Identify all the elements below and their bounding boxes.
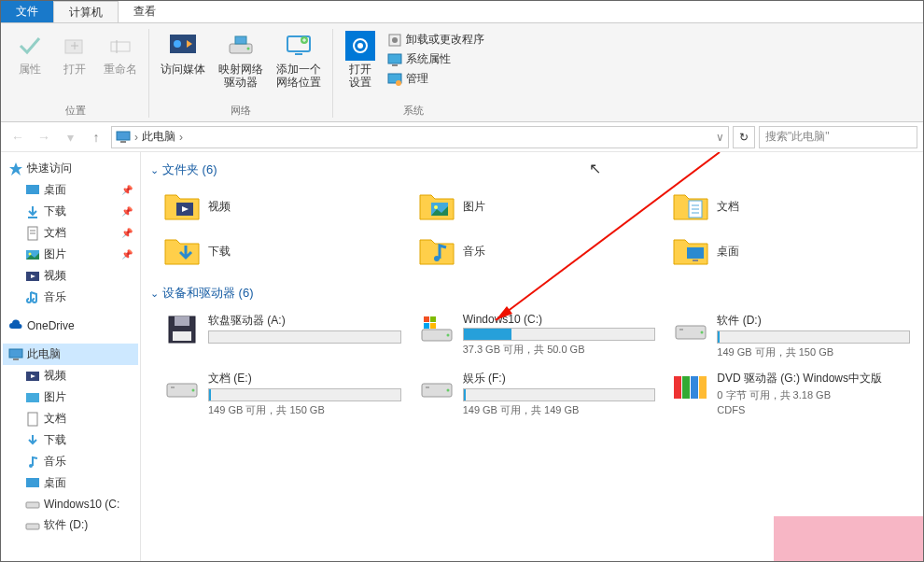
group-system-label: 系统	[403, 102, 424, 121]
folder-item[interactable]: 视频	[160, 186, 405, 227]
open-button[interactable]: 打开	[55, 29, 94, 77]
tree-pc-documents[interactable]: 文档	[20, 408, 138, 429]
tree-label: 文档	[44, 225, 66, 241]
capacity-bar	[208, 388, 401, 401]
refresh-button[interactable]: ↻	[733, 126, 755, 148]
chevron-right-icon[interactable]: ›	[179, 131, 183, 144]
tree-pc-music[interactable]: 音乐	[20, 451, 138, 472]
uninstall-programs-button[interactable]: 卸载或更改程序	[385, 31, 486, 49]
pin-icon: 📌	[121, 228, 133, 238]
access-media-button[interactable]: 访问媒体	[157, 29, 209, 77]
tab-file[interactable]: 文件	[1, 1, 53, 22]
address-dropdown[interactable]: ∨	[716, 131, 724, 144]
svg-rect-7	[235, 36, 246, 44]
map-drive-button[interactable]: 映射网络驱动器	[215, 29, 267, 91]
folder-item[interactable]: 文档	[668, 186, 914, 227]
folder-name: 视频	[208, 199, 231, 215]
tree-pictures[interactable]: 图片📌	[20, 244, 138, 265]
drive-item[interactable]: DVD 驱动器 (G:) Windows中文版0 字节 可用，共 3.18 GB…	[668, 367, 914, 421]
tab-computer[interactable]: 计算机	[53, 1, 119, 22]
drive-name: Windows10 (C:)	[463, 313, 656, 326]
svg-rect-57	[430, 323, 436, 329]
pin-icon: 📌	[121, 249, 133, 260]
svg-point-6	[247, 48, 250, 50]
drive-item[interactable]: 软盘驱动器 (A:)	[160, 309, 405, 363]
document-icon	[25, 412, 40, 427]
desktop-icon	[25, 476, 40, 491]
back-button[interactable]: ←	[7, 126, 29, 148]
computer-icon	[8, 347, 23, 362]
properties-label: 属性	[19, 63, 41, 76]
svg-point-41	[434, 205, 438, 209]
capacity-bar	[463, 388, 656, 401]
drive-icon	[25, 497, 40, 512]
svg-rect-63	[171, 386, 175, 388]
svg-rect-0	[65, 40, 82, 53]
tree-music[interactable]: 音乐	[20, 287, 138, 308]
drive-icon	[672, 313, 709, 346]
drive-item[interactable]: 文档 (E:)149 GB 可用，共 150 GB	[160, 367, 405, 421]
svg-rect-50	[175, 316, 189, 326]
chevron-down-icon: ⌄	[150, 288, 159, 300]
breadcrumb-item[interactable]: 此电脑	[142, 129, 175, 145]
capacity-bar	[208, 330, 401, 344]
section-drives-header[interactable]: ⌄ 设备和驱动器 (6)	[150, 281, 914, 305]
search-input[interactable]: 搜索"此电脑"	[759, 126, 917, 148]
svg-rect-37	[26, 502, 39, 508]
capacity-bar	[717, 330, 910, 344]
desktop-icon	[25, 183, 40, 198]
tree-pc-desktop[interactable]: 桌面	[20, 472, 138, 494]
drive-name: 文档 (E:)	[208, 371, 401, 386]
folder-item[interactable]: 音乐	[414, 231, 660, 272]
tree-pc-pictures[interactable]: 图片	[20, 386, 138, 408]
open-settings-button[interactable]: 打开设置	[341, 29, 380, 91]
music-icon	[25, 455, 40, 470]
properties-button[interactable]: 属性	[10, 29, 49, 77]
nav-tree: 快速访问 桌面📌 下载📌 文档📌 图片📌 视频 音乐 OneDrive 此电脑 …	[1, 152, 141, 561]
up-button[interactable]: ↑	[85, 126, 107, 148]
tree-label: 音乐	[44, 454, 66, 470]
tree-label: 文档	[44, 411, 66, 427]
tree-pc-downloads[interactable]: 下载	[20, 429, 138, 451]
ribbon-group-network: 访问媒体 映射网络驱动器 添加一个网络位置 网络	[151, 25, 330, 121]
tree-downloads[interactable]: 下载📌	[20, 201, 138, 222]
tree-videos[interactable]: 视频	[20, 265, 138, 287]
drive-item[interactable]: 软件 (D:)149 GB 可用，共 150 GB	[668, 309, 914, 363]
recent-dropdown[interactable]: ▾	[59, 126, 81, 148]
drive-item[interactable]: Windows10 (C:)37.3 GB 可用，共 50.0 GB	[414, 309, 660, 363]
chevron-right-icon[interactable]: ›	[134, 131, 138, 144]
manage-button[interactable]: 管理	[385, 70, 486, 88]
tree-desktop[interactable]: 桌面📌	[20, 179, 138, 201]
section-folders-header[interactable]: ⌄ 文件夹 (6)	[150, 158, 914, 182]
tree-this-pc[interactable]: 此电脑	[3, 344, 138, 365]
folder-name: 音乐	[463, 244, 485, 260]
tab-view[interactable]: 查看	[119, 1, 171, 22]
picture-icon	[25, 390, 40, 405]
folder-item[interactable]: 图片	[414, 186, 660, 227]
rename-button[interactable]: 重命名	[100, 29, 141, 77]
tree-label: 下载	[44, 204, 66, 219]
svg-point-62	[192, 389, 195, 392]
tree-quick-access[interactable]: 快速访问	[3, 158, 138, 179]
folder-icon	[672, 190, 709, 223]
uninstall-label: 卸载或更改程序	[406, 32, 484, 48]
tree-d-drive[interactable]: 软件 (D:)	[20, 514, 138, 536]
forward-button[interactable]: →	[33, 126, 55, 148]
tree-label: OneDrive	[27, 319, 75, 332]
drive-fs: CDFS	[717, 404, 910, 415]
folder-item[interactable]: 桌面	[668, 231, 914, 272]
tree-onedrive[interactable]: OneDrive	[3, 316, 138, 336]
svg-rect-70	[699, 376, 707, 399]
tree-pc-videos[interactable]: 视频	[20, 365, 138, 386]
add-location-button[interactable]: 添加一个网络位置	[273, 29, 325, 91]
system-properties-button[interactable]: 系统属性	[385, 50, 486, 68]
drive-item[interactable]: 娱乐 (F:)149 GB 可用，共 149 GB	[414, 367, 660, 421]
tree-documents[interactable]: 文档📌	[20, 222, 138, 244]
folder-item[interactable]: 下载	[160, 231, 405, 272]
folder-name: 图片	[463, 199, 485, 215]
tree-c-drive[interactable]: Windows10 (C:	[20, 494, 138, 514]
breadcrumb[interactable]: › 此电脑 › ∨	[111, 126, 729, 148]
folders-grid: 视频图片文档下载音乐桌面	[150, 182, 914, 281]
tree-label: 图片	[44, 389, 66, 405]
group-location-label: 位置	[65, 102, 86, 121]
